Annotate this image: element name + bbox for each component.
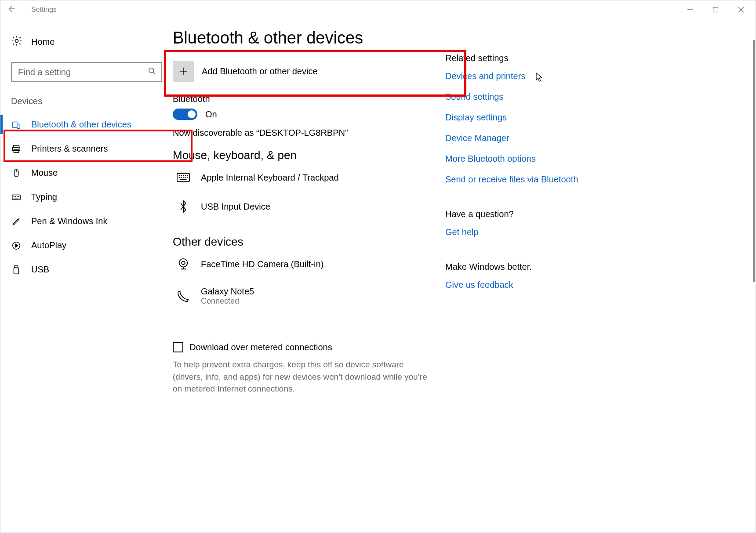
- home-label: Home: [31, 37, 55, 47]
- group-head-other: Other devices: [173, 235, 441, 249]
- device-name: FaceTime HD Camera (Built-in): [201, 259, 323, 269]
- svg-point-15: [182, 261, 185, 265]
- sidebar: Home Devices Bluetooth & other devices P…: [0, 19, 173, 533]
- sidebar-item-label: Pen & Windows Ink: [31, 216, 107, 226]
- link-send-receive-bt[interactable]: Send or receive files via Bluetooth: [445, 174, 608, 185]
- usb-icon: [11, 265, 22, 275]
- sidebar-item-label: USB: [31, 265, 49, 275]
- sidebar-item-label: Printers & scanners: [31, 144, 108, 154]
- minimize-button[interactable]: [677, 1, 703, 18]
- keyboard-icon: [11, 192, 22, 202]
- sidebar-item-printers[interactable]: Printers & scanners: [0, 137, 173, 161]
- device-row[interactable]: Galaxy Note5 Connected: [173, 282, 441, 317]
- bluetooth-icon: [175, 200, 191, 213]
- titlebar: Settings: [0, 0, 756, 19]
- bluetooth-heading: Bluetooth: [173, 94, 441, 104]
- sidebar-item-usb[interactable]: USB: [0, 257, 173, 282]
- sidebar-item-label: Bluetooth & other devices: [31, 120, 131, 130]
- link-devices-printers[interactable]: Devices and printers: [445, 71, 608, 81]
- link-get-help[interactable]: Get help: [445, 227, 608, 237]
- svg-point-14: [179, 259, 188, 267]
- bluetooth-devices-icon: [11, 120, 22, 130]
- sidebar-item-label: AutoPlay: [31, 240, 66, 250]
- svg-point-2: [149, 68, 154, 73]
- related-settings-head: Related settings: [445, 53, 608, 63]
- metered-checkbox-row[interactable]: Download over metered connections: [173, 342, 441, 352]
- back-icon[interactable]: [7, 4, 15, 15]
- page-title: Bluetooth & other devices: [173, 29, 441, 47]
- camera-icon: [175, 257, 191, 271]
- bluetooth-toggle[interactable]: [173, 109, 197, 120]
- add-device-label: Add Bluetooth or other device: [202, 66, 318, 76]
- sidebar-item-label: Mouse: [31, 168, 58, 178]
- right-column: Related settings Devices and printers So…: [441, 29, 608, 533]
- home-nav[interactable]: Home: [0, 31, 173, 52]
- device-row[interactable]: FaceTime HD Camera (Built-in): [173, 253, 441, 282]
- add-device-button[interactable]: Add Bluetooth or other device: [173, 58, 441, 84]
- feedback-head: Make Windows better.: [445, 262, 608, 272]
- phone-icon: [175, 290, 191, 303]
- sidebar-item-label: Typing: [31, 192, 57, 202]
- svg-rect-3: [13, 122, 17, 127]
- sidebar-item-bluetooth[interactable]: Bluetooth & other devices: [0, 112, 173, 137]
- device-name: Apple Internal Keyboard / Trackpad: [201, 173, 339, 183]
- svg-rect-7: [14, 149, 19, 152]
- svg-rect-0: [713, 7, 718, 12]
- close-button[interactable]: [728, 1, 754, 18]
- link-more-bluetooth[interactable]: More Bluetooth options: [445, 154, 608, 164]
- device-name: USB Input Device: [201, 202, 270, 212]
- printer-icon: [11, 144, 22, 154]
- question-head: Have a question?: [445, 209, 608, 219]
- svg-rect-9: [12, 195, 20, 199]
- autoplay-icon: [11, 241, 22, 250]
- pen-icon: [11, 217, 22, 226]
- metered-help-text: To help prevent extra charges, keep this…: [173, 359, 432, 395]
- sidebar-section-label: Devices: [0, 96, 173, 112]
- link-sound-settings[interactable]: Sound settings: [445, 92, 608, 102]
- link-display-settings[interactable]: Display settings: [445, 112, 608, 123]
- discoverable-text: Now discoverable as “DESKTOP-LG8RBPN”: [173, 128, 441, 138]
- link-device-manager[interactable]: Device Manager: [445, 133, 608, 143]
- window-title: Settings: [31, 6, 57, 14]
- device-row[interactable]: Apple Internal Keyboard / Trackpad: [173, 167, 441, 196]
- group-head-mouse-keyboard: Mouse, keyboard, & pen: [173, 149, 441, 162]
- bluetooth-toggle-label: On: [205, 109, 217, 120]
- link-feedback[interactable]: Give us feedback: [445, 280, 608, 290]
- window-controls: [677, 1, 754, 18]
- device-row[interactable]: USB Input Device: [173, 196, 441, 225]
- sidebar-item-typing[interactable]: Typing: [0, 185, 173, 209]
- sidebar-item-mouse[interactable]: Mouse: [0, 161, 173, 185]
- search-input[interactable]: [11, 62, 162, 82]
- sidebar-item-autoplay[interactable]: AutoPlay: [0, 233, 173, 257]
- search-icon: [148, 67, 156, 77]
- svg-point-1: [15, 40, 18, 43]
- maximize-button[interactable]: [703, 1, 728, 18]
- gear-icon: [11, 35, 22, 48]
- keyboard-icon: [175, 171, 191, 184]
- device-name: Galaxy Note5: [201, 286, 254, 297]
- scrollbar[interactable]: [753, 40, 755, 282]
- sidebar-item-pen[interactable]: Pen & Windows Ink: [0, 209, 173, 233]
- svg-rect-12: [14, 268, 19, 274]
- svg-rect-4: [17, 124, 20, 128]
- metered-checkbox-label: Download over metered connections: [189, 342, 332, 352]
- plus-icon: [173, 61, 194, 82]
- checkbox-icon[interactable]: [173, 342, 183, 352]
- device-status: Connected: [201, 297, 254, 306]
- mouse-icon: [11, 168, 22, 178]
